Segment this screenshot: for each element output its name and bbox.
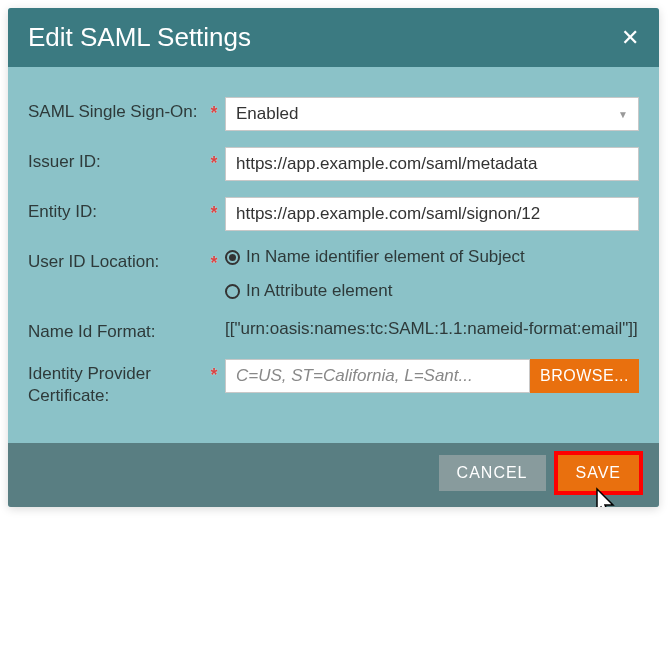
idp-cert-label: Identity Provider Certificate:	[28, 359, 203, 407]
row-entity: Entity ID: *	[28, 197, 639, 231]
nameid-format-value: [["urn:oasis:names:tc:SAML:1.1:nameid-fo…	[225, 317, 639, 341]
row-sso: SAML Single Sign-On: * Enabled ▼	[28, 97, 639, 131]
dialog-header: Edit SAML Settings ✕	[8, 8, 659, 67]
cancel-button[interactable]: CANCEL	[439, 455, 546, 491]
sso-select[interactable]: Enabled ▼	[225, 97, 639, 131]
required-icon: *	[210, 365, 217, 385]
dialog-footer: CANCEL SAVE	[8, 443, 659, 507]
radio-icon	[225, 284, 240, 299]
row-idp-certificate: Identity Provider Certificate: * BROWSE.…	[28, 359, 639, 407]
browse-button[interactable]: BROWSE...	[530, 359, 639, 393]
uid-radio-attribute[interactable]: In Attribute element	[225, 281, 639, 301]
uid-option2-label: In Attribute element	[246, 281, 392, 301]
issuer-label: Issuer ID:	[28, 147, 203, 173]
required-icon: *	[210, 103, 217, 123]
required-icon: *	[210, 203, 217, 223]
idp-cert-input[interactable]	[225, 359, 530, 393]
required-icon: *	[210, 253, 217, 273]
edit-saml-settings-dialog: Edit SAML Settings ✕ SAML Single Sign-On…	[8, 8, 659, 507]
close-button[interactable]: ✕	[621, 25, 639, 51]
entity-label: Entity ID:	[28, 197, 203, 223]
dialog-body: SAML Single Sign-On: * Enabled ▼ Issuer …	[8, 67, 659, 443]
save-button[interactable]: SAVE	[558, 455, 640, 491]
entity-id-input[interactable]	[225, 197, 639, 231]
uid-location-label: User ID Location:	[28, 247, 203, 273]
sso-label: SAML Single Sign-On:	[28, 97, 203, 123]
row-issuer: Issuer ID: *	[28, 147, 639, 181]
nameid-format-label: Name Id Format:	[28, 317, 203, 343]
row-uid-location: User ID Location: * In Name identifier e…	[28, 247, 639, 301]
dialog-title: Edit SAML Settings	[28, 22, 251, 53]
radio-icon	[225, 250, 240, 265]
issuer-id-input[interactable]	[225, 147, 639, 181]
uid-radio-name-identifier[interactable]: In Name identifier element of Subject	[225, 247, 639, 267]
required-icon: *	[210, 153, 217, 173]
close-icon: ✕	[621, 25, 639, 50]
uid-option1-label: In Name identifier element of Subject	[246, 247, 525, 267]
row-nameid-format: Name Id Format: [["urn:oasis:names:tc:SA…	[28, 317, 639, 343]
uid-radio-group: In Name identifier element of Subject In…	[225, 247, 639, 301]
chevron-down-icon: ▼	[618, 109, 628, 120]
sso-select-value: Enabled	[236, 104, 298, 124]
